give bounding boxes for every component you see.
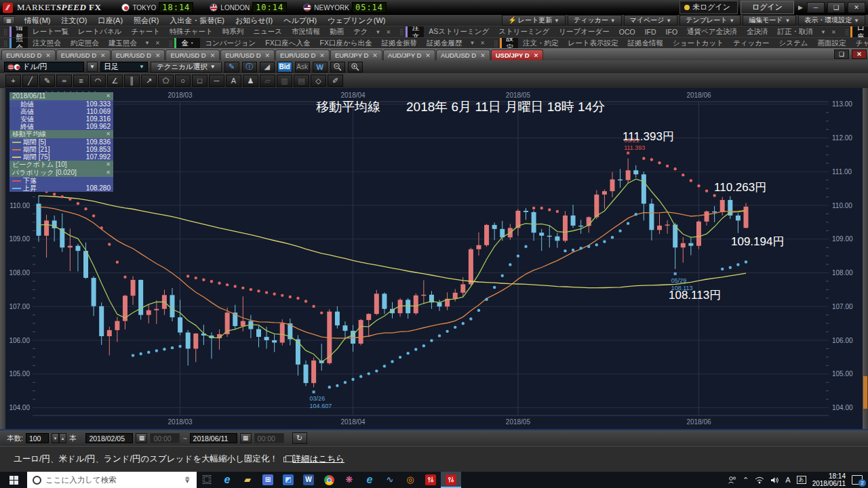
tab-eur-usd-d[interactable]: EUR/USD D✕	[56, 49, 111, 60]
reload-button[interactable]: ↻	[292, 432, 307, 444]
date-to-input[interactable]: 2018/06/11	[190, 433, 237, 443]
taskbar-app-task-view[interactable]: ⿴	[197, 472, 217, 488]
taskbar-app-marketspeed-active[interactable]: ⫯⫰	[441, 472, 461, 488]
group-dropdown-icon[interactable]: ▼	[142, 40, 153, 46]
drag-grip-icon[interactable]: ⣿	[399, 28, 403, 35]
timeframe-selector[interactable]: 日足▼	[100, 62, 148, 72]
indicator-info-panel[interactable]: ・・・・・・・・・ 2018/06/11✕始値109.333高値110.069安…	[9, 92, 113, 192]
group-dropdown-icon[interactable]: ▼	[373, 29, 384, 35]
taskbar-app-edge[interactable]: e	[359, 472, 380, 488]
section-close-icon[interactable]: ✕	[106, 92, 111, 100]
group-close-icon[interactable]: ✕	[477, 40, 488, 46]
bid-toggle-button[interactable]: Bid	[277, 62, 292, 73]
drag-grip-icon[interactable]: ⣿	[494, 40, 498, 47]
toolbar-item[interactable]: 訂正・取消	[773, 27, 818, 37]
toolbar-item[interactable]: ショートカット	[668, 39, 728, 48]
speaker-icon[interactable]	[770, 476, 779, 484]
toolbar-item[interactable]: 注文・約定	[518, 39, 564, 48]
start-button[interactable]	[0, 472, 27, 488]
draw-tool-18[interactable]: ▤	[294, 75, 309, 87]
toolbar-item[interactable]: 動画	[325, 27, 349, 37]
taskbar-app-word[interactable]: W	[298, 472, 319, 488]
menubar-button-1[interactable]: ⚡レート更新 ▼	[502, 15, 566, 26]
section-close-icon[interactable]: ✕	[106, 130, 111, 138]
toolbar-item[interactable]: 約定照会	[66, 39, 104, 48]
pair-dropdown-button[interactable]: ▼	[87, 62, 98, 72]
close-tab-icon[interactable]: ✕	[319, 52, 325, 59]
app-menu-icon[interactable]: ▦	[3, 16, 15, 24]
toolbar-item[interactable]: FX口座へ入金	[260, 39, 315, 48]
toolbar-group-header[interactable]: 口座	[850, 26, 868, 37]
draw-tool-20[interactable]: ✐	[328, 75, 343, 87]
info-button[interactable]: ⓘ	[242, 62, 257, 73]
group-close-icon[interactable]: ✕	[153, 40, 163, 46]
zoom-out-button[interactable]	[330, 62, 345, 73]
taskbar-clock[interactable]: 18:14 2018/06/11	[812, 472, 846, 487]
section-close-icon[interactable]: ✕	[106, 169, 111, 177]
price-chart[interactable]: 104.00104.00105.00105.00106.00106.00107.…	[0, 88, 868, 429]
taskbar-app-swan[interactable]: ∿	[380, 472, 400, 488]
group-close-icon[interactable]: ✕	[829, 29, 839, 35]
toolbar-item[interactable]: FX口座から出金	[315, 39, 376, 48]
taskbar-app-marketspeed[interactable]: ⫯⫰	[420, 472, 441, 488]
section-close-icon[interactable]: ✕	[106, 161, 111, 169]
tab-aud-usd-d[interactable]: AUD/USD D✕	[436, 49, 490, 60]
toolbar-item[interactable]: 証拠金振替	[376, 39, 422, 48]
menu-item[interactable]: 情報(M)	[19, 16, 56, 26]
menubar-button-3[interactable]: マイページ ▼	[624, 15, 678, 26]
menu-item[interactable]: 注文(O)	[56, 16, 93, 26]
tab-usd-jpy-d[interactable]: USD/JPY D✕	[491, 49, 544, 60]
drag-handle[interactable]: ・・・・・・・・・	[43, 88, 98, 96]
toolbar-item[interactable]: チャート	[851, 39, 868, 48]
close-chart-button[interactable]: ✕	[852, 49, 867, 59]
group-dropdown-icon[interactable]: ▼	[467, 40, 477, 46]
toolbar-item[interactable]: レート一覧	[28, 27, 73, 37]
date-from-input[interactable]: 2018/02/05	[85, 433, 133, 443]
toolbar-item[interactable]: チャート	[126, 27, 165, 37]
count-up-button[interactable]: ▲	[59, 433, 66, 443]
toolbar-item[interactable]: システム	[774, 39, 813, 48]
taskbar-app-photos[interactable]: ◩	[278, 472, 298, 488]
tab-eur-usd-d[interactable]: EUR/USD D✕	[111, 49, 165, 60]
tab-eur-usd-d[interactable]: EUR/USD D✕	[165, 49, 220, 60]
calendar-to-button[interactable]: ▦	[240, 433, 252, 443]
ask-toggle-button[interactable]: Ask	[295, 62, 310, 73]
close-tab-icon[interactable]: ✕	[425, 52, 431, 59]
action-center-icon[interactable]: 2	[852, 475, 863, 485]
restore-button[interactable]: ❑	[827, 2, 845, 13]
area-chart-button[interactable]: ◢	[260, 62, 275, 73]
toolbar-item[interactable]: ティッカー	[728, 39, 774, 48]
wifi-icon[interactable]	[755, 476, 764, 484]
draw-tool-11[interactable]: ○	[175, 75, 191, 87]
group-close-icon[interactable]: ✕	[384, 29, 394, 35]
toolbar-group-header[interactable]: 情報	[9, 26, 28, 37]
draw-tool-12[interactable]: □	[192, 75, 208, 87]
login-button[interactable]: ログイン	[741, 1, 794, 14]
restore-layout-button[interactable]: ❏	[834, 49, 849, 59]
minimize-button[interactable]: ─	[807, 2, 825, 13]
menu-item[interactable]: 入出金・振替(E)	[164, 16, 230, 26]
toolbar-group-header[interactable]: 入出金・振替	[174, 37, 200, 48]
toolbar-item[interactable]: 画面設定	[813, 39, 851, 48]
close-tab-icon[interactable]: ✕	[480, 52, 486, 59]
toolbar-group-header[interactable]: 設定	[500, 37, 519, 48]
toolbar-item[interactable]: ストリーミング	[494, 27, 554, 37]
toolbar-item[interactable]: 通貨ペア全決済	[682, 27, 742, 37]
people-icon[interactable]	[728, 476, 736, 484]
toolbar-item[interactable]: ASストリーミング	[424, 27, 494, 37]
pair-selector[interactable]: ドル/円	[4, 62, 84, 72]
menu-item[interactable]: ヘルプ(H)	[278, 16, 322, 26]
toolbar-group-header[interactable]: 照会	[9, 37, 28, 48]
taskbar-search[interactable]: ここに入力して検索 🎙︎	[27, 472, 197, 488]
taskbar-app-explorer[interactable]: ▰	[237, 472, 258, 488]
tab-eur-usd-d[interactable]: EUR/USD D✕	[1, 49, 56, 60]
toolbar-item[interactable]: OCO	[614, 28, 640, 36]
toolbar-item[interactable]: レートパネル	[73, 27, 126, 37]
keyboard-layout-icon[interactable]: あ	[797, 476, 806, 484]
mic-icon[interactable]: 🎙︎	[184, 476, 191, 484]
draw-tool-14[interactable]: A	[226, 75, 241, 87]
draw-tool-3[interactable]: ✎	[39, 75, 55, 87]
tab-eur-usd-d[interactable]: EUR/USD D✕	[220, 49, 275, 60]
wave-mode-button[interactable]: W	[313, 62, 328, 73]
tab-eur-jpy-d[interactable]: EUR/JPY D✕	[330, 49, 382, 60]
